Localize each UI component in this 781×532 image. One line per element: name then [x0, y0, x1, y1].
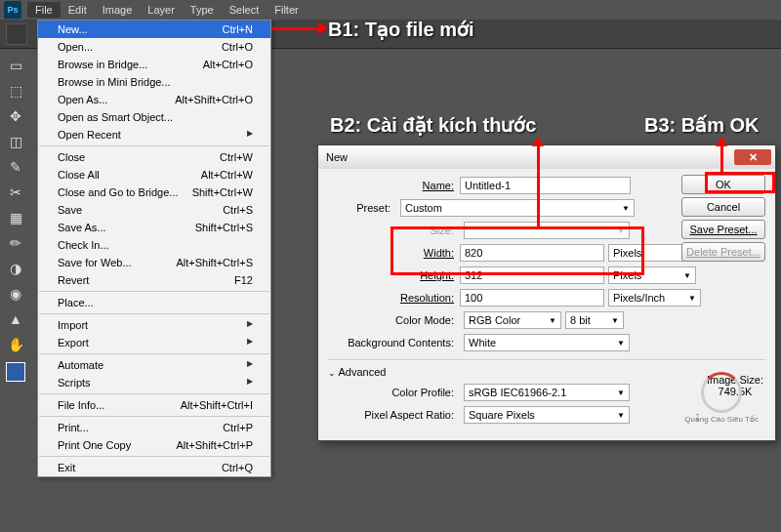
dialog-title: New: [326, 151, 348, 163]
arrow-b1: [271, 27, 320, 30]
save-preset-button[interactable]: Save Preset...: [681, 220, 765, 239]
annotation-b1: B1: Tạo file mới: [328, 18, 474, 41]
menu-item-file-info[interactable]: File Info...Alt+Shift+Ctrl+I: [38, 396, 270, 414]
chevron-down-icon: ▼: [622, 204, 630, 213]
menu-item-close[interactable]: CloseCtrl+W: [38, 148, 270, 166]
bg-contents-label: Background Contents:: [328, 337, 460, 348]
resolution-unit-select[interactable]: Pixels/Inch▼: [608, 289, 701, 307]
menu-item-save[interactable]: SaveCtrl+S: [38, 201, 270, 219]
close-icon[interactable]: ✕: [734, 149, 771, 165]
resolution-label: Resolution:: [328, 292, 460, 304]
tool-item[interactable]: ✋: [2, 333, 29, 356]
tool-item[interactable]: ✥: [2, 104, 29, 128]
tool-item[interactable]: ▦: [2, 206, 29, 229]
foreground-swatch[interactable]: [6, 362, 25, 382]
height-unit-select[interactable]: Pixels▼: [608, 266, 696, 284]
annotation-b2: B2: Cài đặt kích thước: [330, 113, 536, 137]
tool-item[interactable]: ▭: [2, 54, 29, 77]
bit-depth-select[interactable]: 8 bit▼: [565, 311, 624, 329]
menu-type[interactable]: Type: [183, 2, 222, 18]
annotation-b3: B3: Bấm OK: [644, 113, 760, 137]
tool-item[interactable]: ◑: [2, 257, 29, 280]
menu-file[interactable]: File: [27, 2, 61, 18]
menu-item-print-one-copy[interactable]: Print One CopyAlt+Shift+Ctrl+P: [38, 436, 270, 454]
bg-contents-select[interactable]: White▼: [464, 334, 630, 351]
advanced-label[interactable]: Advanced: [338, 366, 386, 378]
tool-item[interactable]: ✂: [2, 181, 29, 204]
app-logo: Ps: [4, 1, 21, 19]
arrow-b3: [720, 144, 723, 172]
menu-item-import[interactable]: Import▶: [38, 316, 270, 334]
tools-panel: ▭⬚✥◫✎✂▦✏◑◉▲✋: [2, 54, 29, 386]
menu-item-new[interactable]: New...Ctrl+N: [38, 20, 270, 38]
new-dialog: New ✕ OK Cancel Save Preset... Delete Pr…: [317, 144, 776, 441]
menubar: Ps FileEditImageLayerTypeSelectFilter: [0, 0, 781, 20]
menu-select[interactable]: Select: [222, 2, 267, 18]
size-label: Size:: [328, 225, 460, 236]
color-mode-label: Color Mode:: [328, 314, 460, 326]
menu-item-exit[interactable]: ExitCtrl+Q: [38, 459, 270, 476]
file-menu-dropdown: New...Ctrl+NOpen...Ctrl+OBrowse in Bridg…: [37, 20, 271, 477]
width-label: Width:: [328, 247, 460, 259]
tool-item[interactable]: ◫: [2, 130, 29, 153]
pixel-aspect-label: Pixel Aspect Ratio:: [328, 409, 460, 421]
tool-item[interactable]: ✎: [2, 155, 29, 179]
preset-label: Preset:: [328, 202, 396, 214]
preset-select[interactable]: Custom▼: [400, 199, 635, 217]
menu-item-browse-in-mini-bridge[interactable]: Browse in Mini Bridge...: [38, 73, 270, 91]
menu-item-automate[interactable]: Automate▶: [38, 356, 270, 374]
width-input[interactable]: [460, 244, 604, 262]
menu-item-scripts[interactable]: Scripts▶: [38, 374, 270, 391]
menu-item-place[interactable]: Place...: [38, 294, 270, 311]
watermark-logo: Quảng Cáo Siêu Tốc: [679, 366, 763, 429]
menu-item-print[interactable]: Print...Ctrl+P: [38, 419, 270, 436]
menu-item-open-recent[interactable]: Open Recent▶: [38, 126, 270, 143]
menu-item-close-all[interactable]: Close AllAlt+Ctrl+W: [38, 166, 270, 184]
menu-item-close-and-go-to-bridge[interactable]: Close and Go to Bridge...Shift+Ctrl+W: [38, 184, 270, 201]
resolution-input[interactable]: [460, 289, 604, 307]
menu-item-save-for-web[interactable]: Save for Web...Alt+Shift+Ctrl+S: [38, 254, 270, 271]
menu-item-open-as-smart-object[interactable]: Open as Smart Object...: [38, 108, 270, 126]
arrow-b2: [537, 144, 540, 226]
menu-item-open[interactable]: Open...Ctrl+O: [38, 38, 270, 56]
cancel-button[interactable]: Cancel: [681, 197, 765, 217]
color-profile-select[interactable]: sRGB IEC61966-2.1▼: [464, 384, 630, 401]
tool-item[interactable]: ⬚: [2, 79, 29, 102]
color-profile-label: Color Profile:: [328, 387, 460, 398]
pixel-aspect-select[interactable]: Square Pixels▼: [464, 406, 630, 424]
dialog-titlebar[interactable]: New ✕: [318, 145, 775, 169]
menu-filter[interactable]: Filter: [267, 2, 306, 18]
menu-item-export[interactable]: Export▶: [38, 334, 270, 351]
delete-preset-button: Delete Preset...: [681, 242, 765, 262]
menu-edit[interactable]: Edit: [61, 2, 95, 18]
name-input[interactable]: [460, 177, 631, 194]
height-input[interactable]: [460, 266, 604, 284]
menu-item-browse-in-bridge[interactable]: Browse in Bridge...Alt+Ctrl+O: [38, 56, 270, 73]
tool-preset-icon[interactable]: [6, 23, 27, 45]
menu-layer[interactable]: Layer: [140, 2, 183, 18]
size-select: ▼: [464, 222, 630, 239]
ok-button[interactable]: OK: [681, 175, 765, 194]
menu-item-check-in[interactable]: Check In...: [38, 236, 270, 254]
name-label: Name:: [328, 180, 460, 191]
tool-item[interactable]: ▲: [2, 307, 29, 331]
tool-item[interactable]: ◉: [2, 282, 29, 306]
menu-item-revert[interactable]: RevertF12: [38, 271, 270, 289]
menu-item-save-as[interactable]: Save As...Shift+Ctrl+S: [38, 219, 270, 236]
color-mode-select[interactable]: RGB Color▼: [464, 311, 561, 329]
tool-item[interactable]: ✏: [2, 231, 29, 255]
height-label: Height:: [328, 269, 460, 281]
menu-image[interactable]: Image: [95, 2, 141, 18]
menu-item-open-as[interactable]: Open As...Alt+Shift+Ctrl+O: [38, 91, 270, 108]
